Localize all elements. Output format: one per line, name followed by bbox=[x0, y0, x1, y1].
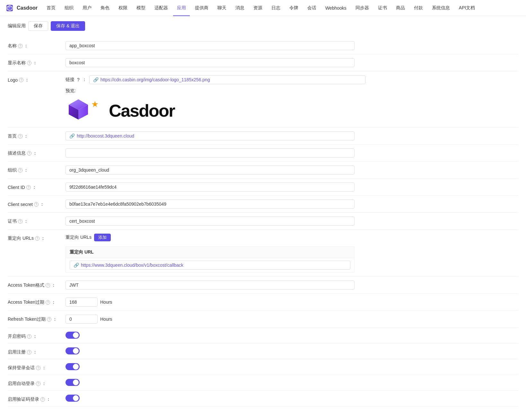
redirect-urls-value: 重定向 URLs 添加 重定向 URL 🔗 https://www.3dquee… bbox=[66, 234, 518, 273]
logo-link-help-icon[interactable]: ? bbox=[77, 77, 80, 82]
refresh-token-expire-row: Refresh Token过期 ?： Hours bbox=[8, 311, 518, 328]
enable-password-help-icon[interactable]: ? bbox=[27, 334, 31, 339]
keep-session-toggle[interactable] bbox=[66, 363, 80, 370]
nav-item-roles[interactable]: 角色 bbox=[97, 0, 113, 16]
cert-row: 证书 ?： bbox=[8, 213, 518, 230]
redirect-link-icon: 🔗 bbox=[74, 263, 79, 268]
nav-item-products[interactable]: 商品 bbox=[392, 0, 409, 16]
save-exit-button[interactable]: 保存 & 退出 bbox=[51, 21, 85, 31]
access-token-expire-input[interactable] bbox=[66, 298, 98, 307]
nav-item-permissions[interactable]: 权限 bbox=[115, 0, 131, 16]
logo[interactable]: Casdoor bbox=[5, 4, 38, 13]
name-input[interactable] bbox=[66, 41, 355, 50]
auto-login-toggle[interactable] bbox=[66, 379, 80, 386]
logo-preview: ★ Casdoor bbox=[66, 98, 175, 123]
org-row: 组织 ?： bbox=[8, 162, 518, 179]
name-help-icon[interactable]: ? bbox=[18, 44, 22, 48]
auto-login-help-icon[interactable]: ? bbox=[36, 381, 40, 386]
org-input[interactable] bbox=[66, 165, 355, 174]
keep-session-help-icon[interactable]: ? bbox=[36, 366, 40, 370]
nav-item-apps[interactable]: 应用 bbox=[173, 0, 190, 16]
enable-signup-row: 启用注册 ?： bbox=[8, 344, 518, 359]
redirect-urls-help-icon[interactable]: ? bbox=[35, 236, 39, 241]
nav-item-users[interactable]: 用户 bbox=[79, 0, 95, 16]
enable-code-login-help-icon[interactable]: ? bbox=[40, 397, 45, 402]
keep-session-slider bbox=[66, 363, 80, 370]
nav-item-syncer[interactable]: 同步器 bbox=[352, 0, 373, 16]
enable-password-value bbox=[66, 332, 518, 339]
nav-item-home[interactable]: 首页 bbox=[43, 0, 59, 16]
access-token-format-label: Access Token格式 ?： bbox=[8, 281, 66, 288]
description-value bbox=[66, 148, 518, 157]
nav-item-models[interactable]: 模型 bbox=[133, 0, 149, 16]
cert-help-icon[interactable]: ? bbox=[18, 219, 22, 224]
client-id-input[interactable] bbox=[66, 183, 355, 192]
nav-item-chat[interactable]: 聊天 bbox=[214, 0, 230, 16]
homepage-label: 首页 ?： bbox=[8, 131, 66, 139]
auto-login-label: 启用自动登录 ?： bbox=[8, 379, 66, 387]
logo-icon bbox=[5, 4, 14, 13]
access-token-format-help-icon[interactable]: ? bbox=[46, 283, 50, 288]
logo-help-icon[interactable]: ? bbox=[19, 78, 23, 82]
nav-item-org[interactable]: 组织 bbox=[61, 0, 77, 16]
refresh-token-expire-value: Hours bbox=[66, 315, 518, 324]
enable-signup-help-icon[interactable]: ? bbox=[27, 350, 31, 354]
access-token-expire-value: Hours bbox=[66, 298, 518, 307]
auto-login-row: 启用自动登录 ?： bbox=[8, 375, 518, 391]
homepage-help-icon[interactable]: ? bbox=[18, 134, 22, 139]
nav-item-sysinfo[interactable]: 系统信息 bbox=[428, 0, 454, 16]
nav-item-certs[interactable]: 证书 bbox=[374, 0, 391, 16]
redirect-header: 重定向 URLs 添加 bbox=[66, 234, 111, 241]
homepage-input[interactable]: 🔗 http://boxcost.3dqueen.cloud bbox=[66, 131, 355, 140]
enable-code-login-value bbox=[66, 395, 518, 402]
access-token-expire-help-icon[interactable]: ? bbox=[46, 300, 50, 305]
redirect-url-table: 重定向 URL 🔗 https://www.3dqueen.cloud/box/… bbox=[66, 246, 355, 273]
redirect-url-value[interactable]: 🔗 https://www.3dqueen.cloud/box/v1/boxco… bbox=[70, 261, 350, 270]
description-help-icon[interactable]: ? bbox=[27, 151, 31, 156]
save-button[interactable]: 保存 bbox=[28, 21, 48, 31]
org-help-icon[interactable]: ? bbox=[18, 168, 22, 173]
homepage-value: 🔗 http://boxcost.3dqueen.cloud bbox=[66, 131, 518, 140]
nav-item-tokens[interactable]: 令牌 bbox=[285, 0, 302, 16]
logo-text: Casdoor bbox=[17, 5, 38, 11]
nav-item-messages[interactable]: 消息 bbox=[232, 0, 248, 16]
toolbar: 编辑应用 保存 保存 & 退出 bbox=[8, 21, 518, 31]
enable-signup-value bbox=[66, 347, 518, 354]
nav-item-webhooks[interactable]: Webhooks bbox=[321, 0, 350, 16]
refresh-token-expire-input[interactable] bbox=[66, 315, 98, 324]
enable-password-label: 开启密码 ?： bbox=[8, 332, 66, 339]
client-id-row: Client ID ?： bbox=[8, 179, 518, 196]
enable-code-login-row: 启用验证码登录 ?： bbox=[8, 391, 518, 407]
logo-link-input[interactable]: 🔗 https://cdn.casbin.org/img/casdoor-log… bbox=[89, 75, 365, 84]
keep-session-row: 保持登录会话 ?： bbox=[8, 359, 518, 375]
display-name-row: 显示名称 ?： bbox=[8, 54, 518, 71]
access-token-expire-group: Hours bbox=[66, 298, 112, 307]
client-secret-help-icon[interactable]: ? bbox=[34, 202, 39, 207]
refresh-token-expire-help-icon[interactable]: ? bbox=[47, 317, 51, 322]
enable-code-login-slider bbox=[66, 395, 80, 402]
access-token-format-input[interactable] bbox=[66, 281, 355, 290]
nav-item-sessions[interactable]: 会话 bbox=[303, 0, 320, 16]
redirect-url-row: 🔗 https://www.3dqueen.cloud/box/v1/boxco… bbox=[66, 258, 354, 272]
redirect-url-col-header: 重定向 URL bbox=[66, 247, 354, 258]
nav-item-resources[interactable]: 资源 bbox=[250, 0, 266, 16]
nav-item-providers[interactable]: 提供商 bbox=[191, 0, 212, 16]
client-id-help-icon[interactable]: ? bbox=[26, 185, 31, 190]
client-secret-input[interactable] bbox=[66, 200, 355, 209]
enable-code-login-toggle[interactable] bbox=[66, 395, 80, 402]
nav-item-logs[interactable]: 日志 bbox=[267, 0, 284, 16]
logo-link-value: https://cdn.casbin.org/img/casdoor-logo_… bbox=[101, 77, 210, 82]
redirect-urls-row: 重定向 URLs ?： 重定向 URLs 添加 重定向 URL 🔗 https:… bbox=[8, 230, 518, 277]
enable-signup-toggle[interactable] bbox=[66, 347, 80, 354]
enable-password-toggle[interactable] bbox=[66, 332, 80, 339]
nav-item-payments[interactable]: 付款 bbox=[410, 0, 427, 16]
nav-item-adapters[interactable]: 适配器 bbox=[151, 0, 172, 16]
cert-input[interactable] bbox=[66, 217, 355, 226]
display-name-help-icon[interactable]: ? bbox=[27, 61, 31, 65]
page-title: 编辑应用 bbox=[8, 23, 26, 29]
nav-item-apidocs[interactable]: API文档 bbox=[455, 0, 479, 16]
description-input[interactable] bbox=[66, 148, 355, 157]
display-name-input[interactable] bbox=[66, 58, 355, 67]
client-secret-label: Client secret ?： bbox=[8, 200, 66, 207]
add-redirect-url-button[interactable]: 添加 bbox=[94, 234, 111, 241]
